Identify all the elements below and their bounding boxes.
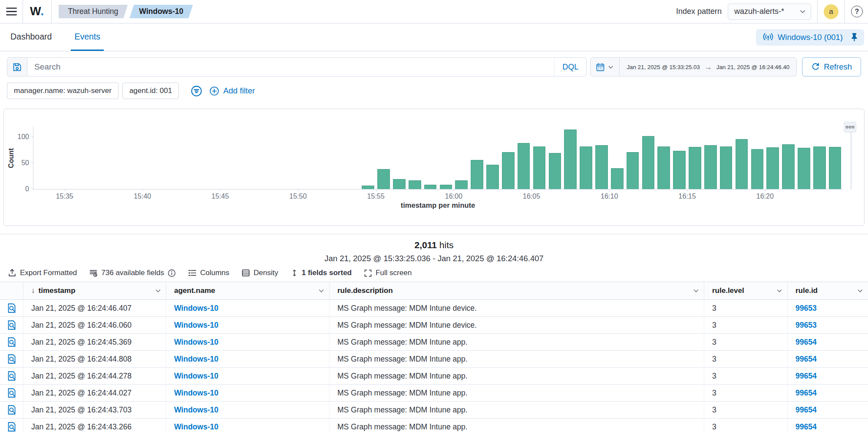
histogram-bar-15:54[interactable] [362, 186, 374, 189]
cell-rule-id-link[interactable]: 99654 [795, 355, 817, 364]
histogram-bar-16:05[interactable] [533, 146, 546, 189]
histogram-bar-16:20[interactable] [766, 147, 779, 189]
histogram-bar-15:57[interactable] [409, 180, 421, 189]
date-picker-menu-button[interactable] [591, 58, 620, 76]
column-menu-button[interactable] [318, 287, 325, 294]
histogram-bar-15:55[interactable] [377, 169, 390, 189]
histogram-bar-16:07[interactable] [564, 130, 577, 189]
cell-agent-name-link[interactable]: Windows-10 [174, 389, 218, 398]
refresh-button[interactable]: Refresh [802, 57, 861, 76]
histogram-bar-16:14[interactable] [673, 151, 686, 189]
histogram-bar-16:02[interactable] [486, 165, 499, 189]
histogram-bar-16:17[interactable] [720, 146, 733, 189]
date-from-button[interactable]: Jan 21, 2025 @ 15:33:25.03 [627, 64, 700, 70]
cell-rule-id: 99653 [788, 300, 868, 316]
help-button[interactable]: ? [851, 6, 863, 17]
info-icon[interactable] [168, 269, 176, 277]
expand-document-button[interactable] [7, 337, 17, 347]
histogram-bar-16:18[interactable] [736, 139, 748, 189]
query-language-button[interactable]: DQL [554, 58, 586, 76]
column-header-agent.name[interactable]: agent.name [166, 282, 330, 299]
pin-agent-button[interactable] [850, 33, 859, 42]
cell-rule-id-link[interactable]: 99654 [795, 372, 817, 381]
wazuh-logo[interactable]: W. [23, 5, 51, 18]
save-query-button[interactable] [7, 57, 27, 76]
cell-agent-name-link[interactable]: Windows-10 [174, 405, 218, 415]
chart-options-button[interactable] [844, 122, 856, 133]
column-header-timestamp[interactable]: ↓timestamp [23, 282, 166, 299]
x-tick-mark [142, 189, 143, 191]
histogram-bar-16:23[interactable] [813, 146, 826, 189]
filter-options-button[interactable] [191, 85, 202, 97]
histogram-bar-16:09[interactable] [595, 145, 608, 189]
expand-document-button[interactable] [7, 405, 17, 415]
cell-rule-id-link[interactable]: 99654 [795, 422, 817, 432]
inspect-document-icon [7, 303, 17, 313]
expand-document-button[interactable] [7, 371, 17, 381]
histogram-bar-15:58[interactable] [424, 185, 437, 189]
expand-document-button[interactable] [7, 320, 17, 330]
histogram-bar-16:01[interactable] [471, 160, 483, 189]
logo-dot: . [41, 5, 44, 18]
histogram-bar-16:15[interactable] [689, 147, 701, 189]
user-avatar[interactable]: a [824, 4, 838, 19]
tab-dashboard[interactable]: Dashboard [7, 23, 55, 51]
fullscreen-button[interactable]: Full screen [364, 269, 412, 277]
filter-pill-1[interactable]: agent.id: 001 [122, 83, 179, 99]
breadcrumb-item-0[interactable]: Threat Hunting [59, 5, 128, 18]
breadcrumb-item-1[interactable]: Windows-10 [129, 5, 193, 18]
cell-rule-id-link[interactable]: 99653 [795, 321, 817, 330]
cell-rule-id-link[interactable]: 99653 [795, 304, 817, 313]
search-input[interactable] [27, 58, 586, 76]
available-fields-button[interactable]: 736 available fields [89, 269, 176, 277]
histogram-bar-16:11[interactable] [627, 152, 639, 189]
histogram-bar-16:10[interactable] [611, 168, 624, 189]
expand-document-button[interactable] [7, 422, 17, 432]
column-menu-button[interactable] [857, 287, 864, 294]
menu-button[interactable] [0, 0, 23, 23]
histogram-bar-16:21[interactable] [782, 144, 795, 189]
filter-pill-0[interactable]: manager.name: wazuh-server [7, 83, 119, 99]
fields-sorted-button[interactable]: 1 fields sorted [290, 269, 352, 277]
histogram-bar-15:59[interactable] [440, 185, 452, 189]
cell-rule-id-link[interactable]: 99654 [795, 338, 817, 347]
histogram-bar-16:19[interactable] [751, 149, 764, 189]
cell-agent-name-link[interactable]: Windows-10 [174, 338, 218, 347]
expand-document-button[interactable] [7, 303, 17, 313]
density-button[interactable]: Density [241, 269, 278, 277]
histogram-bar-16:16[interactable] [704, 145, 717, 189]
column-header-rule.description[interactable]: rule.description [330, 282, 704, 299]
histogram-bar-16:13[interactable] [657, 146, 670, 189]
histogram-bar-16:04[interactable] [518, 143, 530, 189]
column-menu-button[interactable] [693, 287, 700, 294]
column-menu-button[interactable] [155, 287, 162, 294]
histogram-bar-16:22[interactable] [798, 148, 810, 189]
column-menu-button[interactable] [776, 287, 783, 294]
histogram-bar-16:24[interactable] [829, 147, 842, 189]
date-to-button[interactable]: Jan 21, 2025 @ 16:24:46.40 [716, 64, 789, 70]
export-formatted-button[interactable]: Export Formatted [8, 269, 77, 277]
histogram-bar-16:03[interactable] [502, 152, 515, 189]
index-pattern-select[interactable]: wazuh-alerts-* [728, 3, 811, 20]
expand-document-button[interactable] [7, 354, 17, 364]
tab-events[interactable]: Events [71, 23, 104, 51]
cell-agent-name-link[interactable]: Windows-10 [174, 372, 218, 381]
cell-agent-name-link[interactable]: Windows-10 [174, 321, 218, 330]
cell-rule-id-link[interactable]: 99654 [795, 389, 817, 398]
column-header-rule.level[interactable]: rule.level [704, 282, 788, 299]
expand-document-button[interactable] [7, 388, 17, 398]
table-row-4: Jan 21, 2025 @ 16:24:44.278Windows-10MS … [0, 368, 868, 385]
histogram-bar-16:06[interactable] [549, 153, 561, 189]
histogram-bar-16:08[interactable] [580, 146, 592, 189]
add-filter-button[interactable]: Add filter [209, 86, 255, 96]
agent-badge[interactable]: Windows-10 (001) [756, 29, 864, 46]
cell-agent-name-link[interactable]: Windows-10 [174, 422, 218, 432]
histogram-bar-16:00[interactable] [455, 180, 468, 189]
columns-button[interactable]: Columns [188, 269, 229, 277]
cell-agent-name-link[interactable]: Windows-10 [174, 304, 218, 313]
histogram-bar-15:56[interactable] [393, 179, 406, 189]
histogram-bar-16:12[interactable] [642, 136, 655, 189]
cell-agent-name-link[interactable]: Windows-10 [174, 355, 218, 364]
column-header-rule.id[interactable]: rule.id [788, 282, 868, 299]
cell-rule-id-link[interactable]: 99654 [795, 405, 817, 415]
